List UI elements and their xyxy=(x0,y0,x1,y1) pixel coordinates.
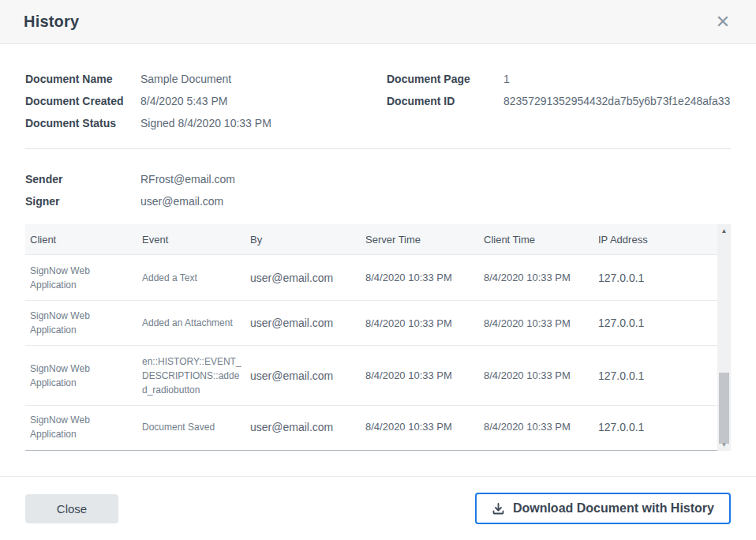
signer-row: Signer user@email.com xyxy=(25,190,731,212)
cell-ip-address: 127.0.0.1 xyxy=(593,421,720,433)
info-row-document-status: Document Status Signed 8/4/2020 10:33 PM xyxy=(25,112,387,134)
document-info-right: Document Page 1 Document ID 823572913529… xyxy=(387,68,731,134)
cell-by: user@email.com xyxy=(245,421,361,433)
document-page-value: 1 xyxy=(503,73,510,85)
table-row: SignNow Web Application Added a Text use… xyxy=(25,254,720,300)
cell-by: user@email.com xyxy=(245,369,361,382)
download-button-label: Download Document with History xyxy=(513,501,714,516)
document-created-label: Document Created xyxy=(25,95,140,107)
cell-server-time: 8/4/2020 10:33 PM xyxy=(361,421,479,433)
scroll-up-icon[interactable]: ▲ xyxy=(717,224,731,237)
parties-section: Sender RFrost@email.com Signer user@emai… xyxy=(0,168,756,212)
cell-client: SignNow Web Application xyxy=(25,413,112,441)
signer-label: Signer xyxy=(25,195,140,208)
document-name-label: Document Name xyxy=(25,73,140,85)
download-document-with-history-button[interactable]: Download Document with History xyxy=(475,493,731,524)
table-row: SignNow Web Application Added an Attachm… xyxy=(25,300,720,345)
table-scrollbar[interactable]: ▲ ▼ xyxy=(717,224,731,451)
cell-ip-address: 127.0.0.1 xyxy=(593,369,720,382)
document-page-label: Document Page xyxy=(387,73,503,85)
scroll-down-icon[interactable]: ▼ xyxy=(717,438,731,451)
cell-event: Added a Text xyxy=(137,271,241,285)
cell-event: en::HISTORY::EVENT_DESCRIPTIONS::added_r… xyxy=(137,354,241,397)
section-divider xyxy=(25,148,731,149)
column-header-client-time: Client Time xyxy=(479,234,593,246)
scrollbar-thumb[interactable] xyxy=(719,373,729,444)
info-row-document-name: Document Name Sample Document xyxy=(25,68,387,90)
table-row: SignNow Web Application Document Saved u… xyxy=(25,405,720,448)
close-icon[interactable]: ✕ xyxy=(713,13,732,32)
column-header-event: Event xyxy=(137,234,245,246)
document-info-section: Document Name Sample Document Document C… xyxy=(0,68,756,134)
history-table: Client Event By Server Time Client Time … xyxy=(25,224,731,451)
cell-server-time: 8/4/2020 10:33 PM xyxy=(361,369,479,381)
cell-ip-address: 127.0.0.1 xyxy=(593,317,720,329)
cell-ip-address: 127.0.0.1 xyxy=(593,272,720,284)
modal-footer: Close Download Document with History xyxy=(0,477,756,540)
sender-value: RFrost@email.com xyxy=(140,173,235,186)
column-header-server-time: Server Time xyxy=(361,234,479,246)
column-header-client: Client xyxy=(25,234,137,246)
document-created-value: 8/4/2020 5:43 PM xyxy=(140,95,228,107)
modal-header: History ✕ xyxy=(0,0,756,44)
table-row: SignNow Web Application en::HISTORY::EVE… xyxy=(25,345,720,405)
document-id-label: Document ID xyxy=(387,95,503,107)
cell-client: SignNow Web Application xyxy=(25,309,112,337)
cell-client-time: 8/4/2020 10:33 PM xyxy=(479,421,593,433)
info-row-document-page: Document Page 1 xyxy=(387,68,731,90)
history-modal: History ✕ Document Name Sample Document … xyxy=(0,0,756,540)
cell-client-time: 8/4/2020 10:33 PM xyxy=(479,317,593,329)
cell-server-time: 8/4/2020 10:33 PM xyxy=(361,317,479,329)
info-row-document-created: Document Created 8/4/2020 5:43 PM xyxy=(25,90,387,112)
page-title: History xyxy=(24,13,79,31)
cell-server-time: 8/4/2020 10:33 PM xyxy=(361,272,479,283)
cell-client-time: 8/4/2020 10:33 PM xyxy=(479,369,593,381)
document-status-label: Document Status xyxy=(25,117,140,129)
document-name-value: Sample Document xyxy=(140,73,231,85)
sender-label: Sender xyxy=(25,173,140,186)
document-id-value: 82357291352954432da7b5y6b73f1e248afa33 xyxy=(503,95,730,107)
document-info-left: Document Name Sample Document Document C… xyxy=(25,68,387,134)
cell-event: Document Saved xyxy=(137,420,241,434)
column-header-by: By xyxy=(245,234,361,246)
cell-client: SignNow Web Application xyxy=(25,264,112,292)
close-button[interactable]: Close xyxy=(25,494,118,523)
column-header-ip-address: IP Address xyxy=(593,234,720,246)
cell-client: SignNow Web Application xyxy=(25,362,112,390)
sender-row: Sender RFrost@email.com xyxy=(25,168,731,190)
signer-value: user@email.com xyxy=(140,195,223,208)
table-header-row: Client Event By Server Time Client Time … xyxy=(25,224,720,254)
cell-by: user@email.com xyxy=(245,272,361,284)
document-status-value: Signed 8/4/2020 10:33 PM xyxy=(140,117,271,129)
cell-event: Added an Attachment xyxy=(137,316,241,330)
cell-client-time: 8/4/2020 10:33 PM xyxy=(479,272,593,283)
cell-by: user@email.com xyxy=(245,317,361,329)
info-row-document-id: Document ID 82357291352954432da7b5y6b73f… xyxy=(387,90,731,112)
download-icon xyxy=(492,502,505,516)
